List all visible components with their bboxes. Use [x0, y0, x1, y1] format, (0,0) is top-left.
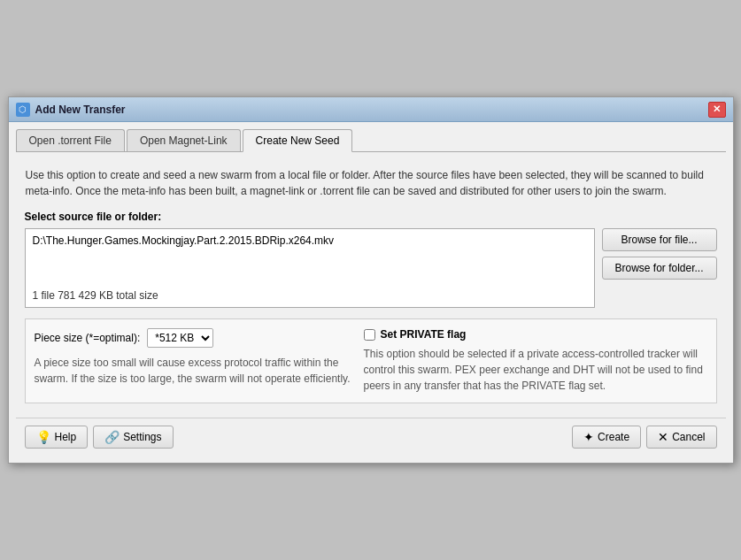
footer-right: ✦ Create ✕ Cancel: [572, 426, 716, 449]
browse-folder-button[interactable]: Browse for folder...: [602, 257, 717, 280]
help-icon: 💡: [36, 430, 51, 444]
dialog-body: Open .torrent File Open Magnet-Link Crea…: [9, 122, 733, 463]
cancel-label: Cancel: [672, 431, 705, 443]
file-path: D:\The.Hunger.Games.Mockingjay.Part.2.20…: [33, 234, 335, 247]
private-flag-checkbox[interactable]: [364, 329, 375, 341]
browse-file-button[interactable]: Browse for file...: [602, 228, 717, 251]
cancel-icon: ✕: [658, 430, 668, 444]
private-section: Set PRIVATE flag This option should be s…: [364, 328, 707, 394]
window-title: Add New Transfer: [35, 104, 708, 116]
private-description: This option should be selected if a priv…: [364, 346, 707, 394]
footer: 💡 Help 🔗 Settings ✦ Create ✕ Cancel: [16, 418, 726, 456]
piece-description: A piece size too small will cause excess…: [35, 355, 353, 387]
close-button[interactable]: ✕: [708, 102, 726, 118]
dialog-window: ⬡ Add New Transfer ✕ Open .torrent File …: [8, 96, 734, 464]
create-label: Create: [598, 431, 629, 443]
piece-row: Piece size (*=optimal): *512 KB 256 KB 1…: [35, 328, 353, 348]
description-text: Use this option to create and seed a new…: [25, 166, 717, 200]
settings-label: Settings: [123, 431, 161, 443]
create-icon: ✦: [583, 430, 594, 444]
footer-left: 💡 Help 🔗 Settings: [25, 426, 174, 449]
piece-size-select[interactable]: *512 KB 256 KB 1 MB 2 MB: [147, 328, 213, 348]
title-bar: ⬡ Add New Transfer ✕: [9, 97, 733, 122]
help-button[interactable]: 💡 Help: [25, 426, 89, 449]
help-label: Help: [55, 431, 77, 443]
source-area: D:\The.Hunger.Games.Mockingjay.Part.2.20…: [25, 228, 717, 308]
cancel-button[interactable]: ✕ Cancel: [646, 426, 716, 449]
private-flag-label: Set PRIVATE flag: [381, 328, 467, 341]
settings-button[interactable]: 🔗 Settings: [93, 426, 173, 449]
tab-open-magnet[interactable]: Open Magnet-Link: [127, 129, 241, 151]
settings-icon: 🔗: [104, 430, 120, 444]
window-icon: ⬡: [16, 103, 30, 117]
piece-section: Piece size (*=optimal): *512 KB 256 KB 1…: [35, 328, 353, 394]
tab-open-torrent[interactable]: Open .torrent File: [16, 129, 125, 151]
tab-content: Use this option to create and seed a new…: [16, 161, 726, 409]
piece-label: Piece size (*=optimal):: [35, 332, 141, 344]
file-info: 1 file 781 429 KB total size: [33, 289, 158, 302]
create-button[interactable]: ✦ Create: [572, 426, 641, 449]
browse-buttons: Browse for file... Browse for folder...: [602, 228, 717, 280]
lower-section: Piece size (*=optimal): *512 KB 256 KB 1…: [25, 318, 717, 403]
tab-create-seed[interactable]: Create New Seed: [243, 129, 353, 152]
tab-bar: Open .torrent File Open Magnet-Link Crea…: [16, 129, 726, 152]
file-box: D:\The.Hunger.Games.Mockingjay.Part.2.20…: [25, 228, 595, 308]
private-row: Set PRIVATE flag: [364, 328, 707, 341]
source-label: Select source file or folder:: [25, 211, 717, 223]
